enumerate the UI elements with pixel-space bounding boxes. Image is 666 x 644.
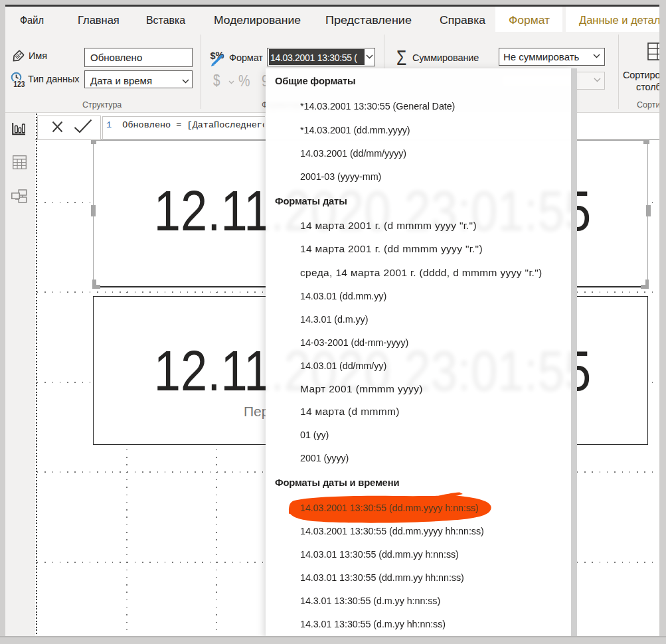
svg-text:$: $ [210,50,216,61]
svg-text:123: 123 [13,80,25,89]
